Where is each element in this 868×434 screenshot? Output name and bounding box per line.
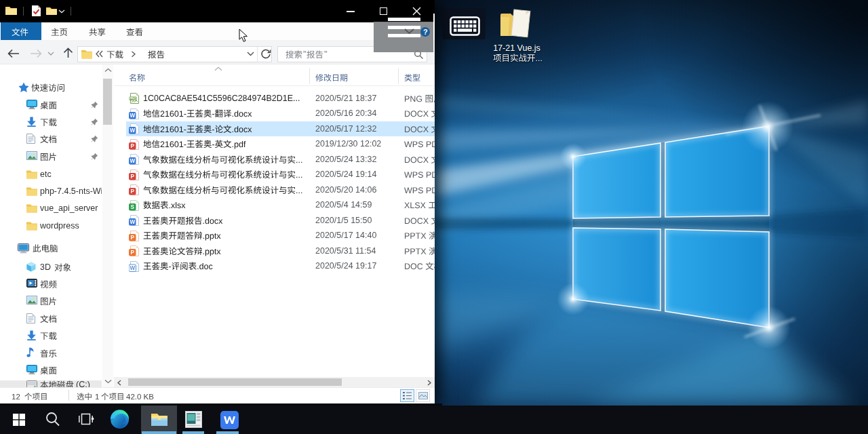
svg-text:S: S [131, 204, 135, 210]
svg-text:P: P [131, 143, 135, 149]
svg-text:P: P [131, 189, 135, 195]
svg-text:W: W [130, 113, 135, 119]
svg-text:W: W [130, 127, 135, 134]
svg-text:P: P [131, 250, 135, 256]
svg-text:W: W [130, 158, 135, 164]
svg-text:PNG: PNG [130, 97, 136, 100]
svg-text:P: P [131, 235, 135, 241]
svg-text:P: P [131, 174, 135, 180]
svg-text:W: W [130, 219, 135, 225]
svg-text:W: W [130, 265, 135, 271]
